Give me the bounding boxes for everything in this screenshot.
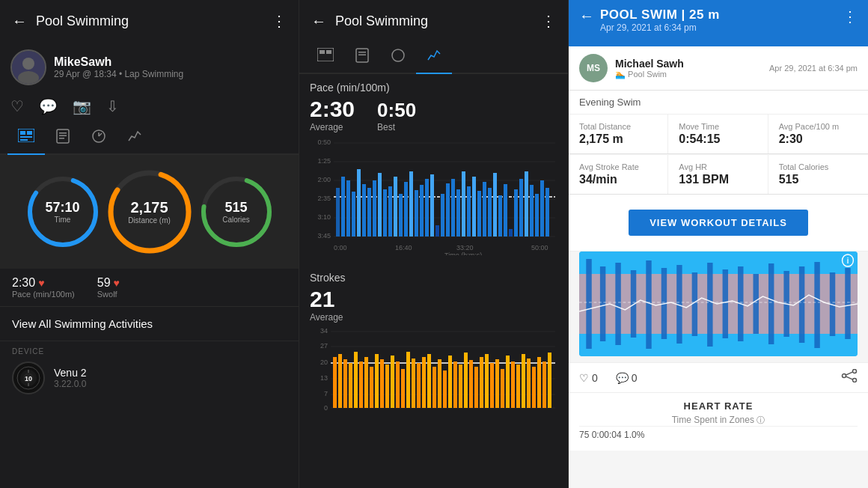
svg-rect-127 [453, 362, 457, 408]
device-version: 3.22.0.0 [54, 379, 87, 389]
pace-best-value: 0:50 [377, 99, 416, 122]
hr-zone-row: 75 0:00:04 1.0% [579, 426, 858, 443]
svg-rect-145 [548, 353, 551, 408]
svg-rect-134 [490, 363, 494, 408]
svg-rect-74 [488, 188, 492, 237]
tab-details[interactable] [45, 123, 81, 155]
heart-rate-section: HEART RATE Time Spent in Zones ⓘ 75 0:00… [569, 392, 868, 451]
svg-rect-70 [467, 186, 471, 237]
strokes-avg-value: 21 [310, 287, 557, 312]
svg-text:1:25: 1:25 [317, 157, 331, 165]
svg-text:0: 0 [324, 404, 328, 412]
p3-user-sub: 🏊 Pool Swim [615, 70, 769, 79]
svg-rect-121 [422, 357, 426, 408]
view-all-button[interactable]: View All Swimming Activities [0, 307, 299, 341]
comment-icon[interactable]: 💬 [39, 97, 58, 115]
p3-user-name: Michael Sawh [615, 58, 769, 70]
tab-overview[interactable] [7, 123, 45, 155]
pace-chart-title: Pace (min/100m) [310, 82, 557, 94]
svg-rect-160 [768, 263, 774, 344]
panel2-tab-details[interactable] [344, 42, 380, 74]
device-section: DEVICE 10 Venu 2 3.22.0.0 [0, 341, 299, 400]
svg-rect-150 [615, 263, 620, 345]
p3-share-action[interactable] [841, 369, 858, 386]
svg-rect-143 [537, 357, 541, 408]
svg-rect-30 [358, 55, 366, 56]
svg-rect-72 [477, 191, 481, 237]
distance-circle: 2,175 Distance (m) [105, 167, 195, 257]
svg-rect-139 [516, 365, 520, 408]
panel3-header: ← POOL SWIM | 25 m Apr 29, 2021 at 6:34 … [569, 0, 868, 46]
device-row: 10 Venu 2 3.22.0.0 [12, 362, 287, 394]
svg-rect-45 [336, 188, 340, 237]
svg-rect-66 [446, 183, 450, 237]
svg-rect-54 [383, 189, 387, 237]
p3-stat-stroke-rate-label: Avg Stroke Rate [579, 162, 657, 171]
svg-rect-123 [433, 367, 436, 408]
tab-laps[interactable] [81, 123, 117, 155]
heart-icon[interactable]: ♡ [10, 97, 24, 115]
camera-icon[interactable]: 📷 [73, 97, 91, 115]
panel3-sub-title: Apr 29, 2021 at 6:34 pm [600, 22, 843, 33]
svg-rect-156 [707, 263, 712, 347]
svg-rect-56 [394, 177, 397, 237]
svg-rect-120 [417, 363, 421, 408]
svg-rect-122 [427, 354, 431, 408]
svg-rect-26 [320, 50, 325, 54]
svg-rect-136 [501, 369, 504, 408]
back-icon[interactable]: ← [9, 10, 30, 33]
view-workout-button[interactable]: VIEW WORKOUT DETAILS [629, 210, 808, 236]
svg-rect-130 [469, 360, 473, 408]
p3-stat-avg-pace-value: 2:30 [779, 132, 858, 146]
svg-point-169 [853, 370, 857, 373]
user-row: MikeSawh 29 Apr @ 18:34 • Lap Swimming [0, 42, 299, 93]
svg-rect-47 [346, 180, 350, 237]
panel2-more-icon[interactable]: ⋮ [538, 9, 559, 33]
more-icon[interactable]: ⋮ [269, 9, 290, 33]
svg-rect-76 [498, 195, 502, 237]
svg-text:50:00: 50:00 [531, 244, 548, 251]
p3-user-row: MS Michael Sawh 🏊 Pool Swim Apr 29, 2021… [569, 46, 868, 91]
svg-point-31 [392, 49, 404, 61]
svg-rect-85 [545, 188, 549, 237]
svg-rect-48 [352, 192, 355, 237]
svg-rect-155 [692, 272, 697, 336]
pace-label: Pace (min/100m) [12, 290, 75, 299]
panel3-back-icon[interactable]: ← [579, 7, 594, 25]
p3-action-row: ♡ 0 💬 0 [569, 362, 868, 392]
panel2-back-icon[interactable]: ← [308, 10, 329, 33]
svg-text:0:50: 0:50 [317, 138, 331, 146]
svg-rect-135 [495, 359, 499, 408]
panel2-tab-charts[interactable] [416, 42, 452, 74]
svg-rect-159 [754, 274, 759, 334]
panel3-more-icon[interactable]: ⋮ [843, 7, 858, 25]
svg-text:27: 27 [320, 342, 328, 350]
metrics-section: 57:10 Time 2,175 Distance (m) 515 Ca [0, 155, 299, 269]
svg-rect-58 [404, 182, 408, 237]
calories-circle: 515 Calories [199, 174, 274, 249]
heart-rate-chart: i [579, 251, 858, 356]
panel2-tab-laps[interactable] [380, 42, 416, 74]
panel1-title: Pool Swimming [36, 13, 269, 29]
heart-rate-sub: Time Spent in Zones ⓘ [579, 415, 858, 426]
svg-rect-51 [367, 188, 371, 237]
p3-stat-avg-pace-label: Avg Pace/100 m [779, 122, 858, 131]
swolf-stat: 59 ♥ Swolf [97, 276, 120, 299]
svg-rect-115 [391, 356, 394, 408]
strokes-avg-label: Average [310, 312, 557, 323]
svg-text:34: 34 [320, 327, 328, 335]
svg-rect-82 [530, 185, 534, 237]
p3-like-action[interactable]: ♡ 0 [579, 372, 598, 384]
p3-stat-distance-label: Total Distance [579, 122, 657, 131]
svg-rect-162 [799, 266, 804, 343]
pace-chart-wrapper: 0:50 1:25 2:00 2:35 3:10 3:45 [299, 135, 568, 264]
svg-rect-25 [317, 48, 334, 61]
svg-rect-62 [425, 179, 429, 237]
p3-comment-action[interactable]: 💬 0 [616, 372, 638, 384]
tab-charts[interactable] [117, 123, 153, 155]
pace-icon: ♥ [38, 277, 44, 289]
like-icon: ♡ [579, 372, 589, 384]
p3-stat-calories: Total Calories 515 [768, 155, 868, 194]
share-icon[interactable]: ⇩ [106, 97, 119, 115]
panel2-tab-overview[interactable] [307, 42, 344, 74]
